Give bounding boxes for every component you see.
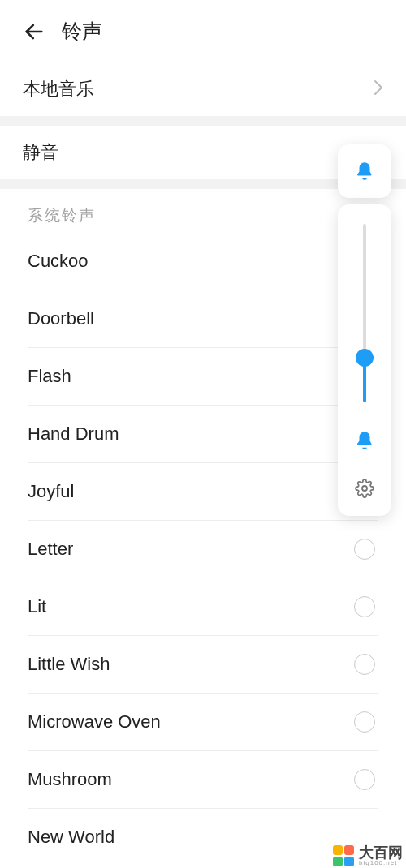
- back-arrow-icon: [23, 20, 45, 43]
- watermark-logo-icon: [333, 845, 354, 866]
- ringtone-name: Doorbell: [28, 308, 94, 329]
- radio-unchecked-icon[interactable]: [354, 539, 375, 560]
- gear-icon: [355, 479, 374, 498]
- ringtone-item[interactable]: Joyful: [28, 463, 378, 521]
- ringtone-name: Cuckoo: [28, 251, 89, 272]
- ringtone-item[interactable]: New World: [28, 809, 378, 848]
- radio-unchecked-icon[interactable]: [354, 711, 375, 733]
- watermark-sub: big100.net: [359, 860, 403, 866]
- back-button[interactable]: [23, 20, 45, 43]
- ringtone-name: Mushroom: [28, 769, 112, 790]
- ringtone-item[interactable]: Little Wish: [28, 636, 378, 694]
- mute-label: 静音: [23, 140, 58, 165]
- ringtone-name: Hand Drum: [28, 423, 119, 445]
- local-music-row[interactable]: 本地音乐: [0, 62, 406, 116]
- volume-slider-card: [338, 204, 391, 516]
- ringtone-name: Joyful: [28, 481, 74, 502]
- header-bar: 铃声: [0, 0, 406, 62]
- ringtone-item[interactable]: Cuckoo: [28, 233, 378, 290]
- volume-slider-thumb[interactable]: [356, 349, 374, 367]
- volume-panel: [338, 144, 391, 516]
- ringtone-item[interactable]: Letter: [28, 521, 378, 578]
- radio-unchecked-icon[interactable]: [354, 654, 375, 675]
- ringtone-name: Lit: [28, 596, 46, 617]
- ringtone-name: Microwave Oven: [28, 711, 161, 733]
- section-gap: [0, 116, 406, 126]
- watermark-text: 大百网 big100.net: [359, 845, 403, 866]
- radio-unchecked-icon[interactable]: [354, 769, 375, 790]
- ringtone-item[interactable]: Mushroom: [28, 751, 378, 809]
- settings-button[interactable]: [355, 479, 374, 501]
- watermark-main: 大百网: [359, 845, 403, 860]
- ringtone-name: Letter: [28, 539, 73, 560]
- bell-icon: [354, 161, 375, 182]
- ringtone-item[interactable]: Hand Drum: [28, 406, 378, 463]
- ringtone-name: Flash: [28, 366, 71, 387]
- bell-icon: [354, 430, 375, 454]
- volume-mode-button[interactable]: [338, 144, 391, 198]
- local-music-label: 本地音乐: [23, 77, 94, 101]
- chevron-right-icon: [374, 79, 383, 99]
- ringtone-name: Little Wish: [28, 654, 110, 675]
- ringtone-item[interactable]: Doorbell: [28, 290, 378, 348]
- ringtone-item[interactable]: Lit: [28, 578, 378, 636]
- volume-slider[interactable]: [363, 224, 366, 402]
- radio-unchecked-icon[interactable]: [354, 596, 375, 617]
- watermark: 大百网 big100.net: [333, 845, 403, 866]
- ringtone-item[interactable]: Flash: [28, 348, 378, 406]
- page-title: 铃声: [62, 18, 102, 45]
- ringtone-item[interactable]: Microwave Oven: [28, 694, 378, 751]
- svg-point-1: [362, 486, 367, 491]
